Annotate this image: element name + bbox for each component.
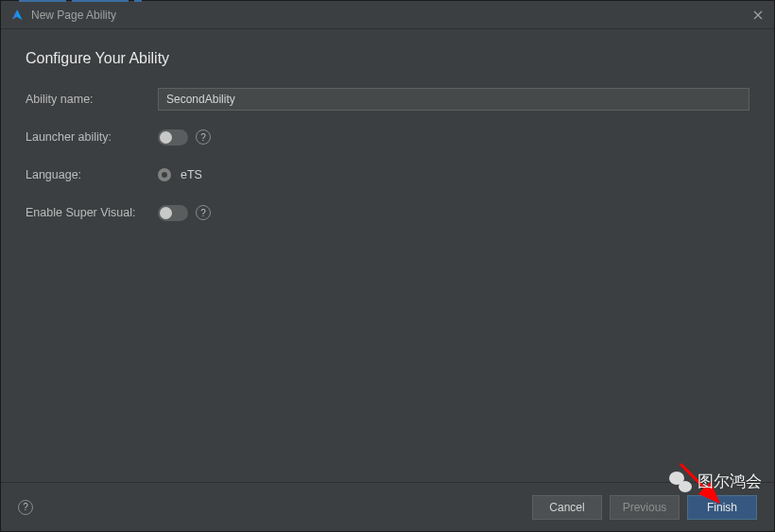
toggle-knob — [160, 207, 172, 219]
enable-super-visual-toggle[interactable] — [158, 205, 188, 221]
app-icon — [10, 9, 24, 22]
top-tab-strip — [0, 0, 775, 2]
footer-help-icon[interactable]: ? — [18, 500, 33, 515]
finish-button[interactable]: Finish — [687, 495, 757, 520]
help-icon[interactable]: ? — [196, 129, 211, 145]
language-radio-ets[interactable] — [158, 168, 171, 181]
launcher-ability-toggle[interactable] — [158, 129, 188, 146]
previous-button: Previous — [610, 495, 680, 520]
label-ability-name: Ability name: — [26, 93, 158, 106]
help-icon[interactable]: ? — [196, 205, 211, 220]
window-title: New Page Ability — [31, 9, 751, 22]
language-option-label: eTS — [181, 168, 202, 181]
row-language: Language: eTS — [26, 163, 749, 186]
label-launcher-ability: Launcher ability: — [26, 130, 158, 144]
row-enable-super-visual: Enable Super Visual: ? — [26, 201, 749, 224]
page-title: Configure Your Ability — [26, 50, 749, 67]
ability-name-input[interactable] — [158, 88, 749, 111]
dialog-content: Configure Your Ability Ability name: Lau… — [1, 29, 774, 482]
label-enable-super-visual: Enable Super Visual: — [26, 206, 158, 219]
label-language: Language: — [26, 168, 158, 181]
close-icon[interactable] — [751, 9, 765, 22]
row-launcher-ability: Launcher ability: ? — [26, 126, 749, 148]
titlebar: New Page Ability — [1, 1, 774, 29]
dialog-footer: ? Cancel Previous Finish — [1, 482, 774, 531]
dialog-window: New Page Ability Configure Your Ability … — [0, 0, 775, 532]
row-ability-name: Ability name: — [26, 88, 749, 111]
toggle-knob — [160, 131, 172, 144]
cancel-button[interactable]: Cancel — [532, 495, 602, 520]
